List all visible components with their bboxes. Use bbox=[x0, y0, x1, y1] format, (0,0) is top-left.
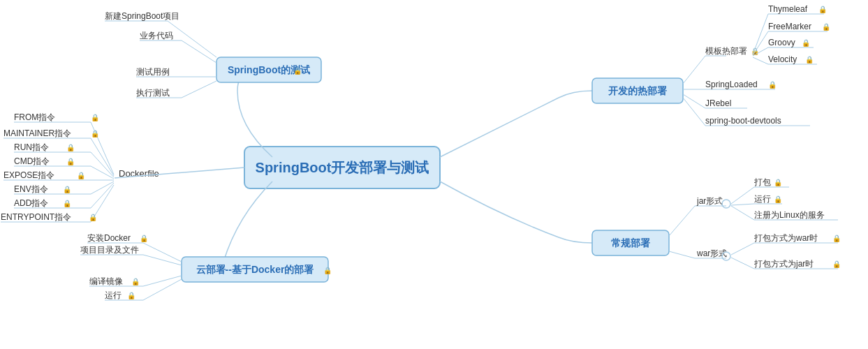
lock-run-jar: 🔒 bbox=[774, 195, 783, 204]
label-pack-war: 打包方式为war时 bbox=[753, 233, 818, 243]
lock-test: 🔒 bbox=[293, 66, 302, 75]
label-springloaded: SpringLoaded bbox=[705, 80, 758, 89]
lock-thymeleaf: 🔒 bbox=[818, 5, 827, 14]
line-maintainer bbox=[91, 138, 114, 176]
line-run-docker bbox=[143, 279, 182, 300]
label-jrebel: JRebel bbox=[705, 98, 731, 108]
label-testcase: 测试用例 bbox=[136, 67, 170, 77]
regular-branch-label: 常规部署 bbox=[611, 237, 650, 248]
center-label: SpringBoot开发部署与测试 bbox=[256, 160, 430, 175]
label-maintainer: MAINTAINER指令 bbox=[3, 128, 71, 138]
label-pack: 打包 bbox=[753, 177, 771, 187]
line-new-project bbox=[168, 21, 216, 57]
line-pack bbox=[731, 187, 754, 204]
lock-add: 🔒 bbox=[63, 199, 72, 208]
lock-pack-jar: 🔒 bbox=[832, 260, 841, 269]
hotdeploy-branch-label: 开发的热部署 bbox=[608, 85, 667, 96]
lock-run: 🔒 bbox=[66, 143, 75, 152]
line-devtools bbox=[683, 98, 705, 126]
line-install-docker bbox=[143, 243, 182, 262]
lock-expose: 🔒 bbox=[77, 171, 86, 180]
label-freemarker: FreeMarker bbox=[768, 22, 811, 31]
lock-run-docker: 🔒 bbox=[127, 291, 136, 300]
label-runtest: 执行测试 bbox=[136, 88, 170, 98]
label-cmd: CMD指令 bbox=[14, 156, 50, 166]
lock-env: 🔒 bbox=[63, 185, 72, 194]
label-run-docker: 运行 bbox=[105, 290, 122, 300]
circle-jar bbox=[722, 200, 730, 208]
label-pack-jar: 打包方式为jar时 bbox=[753, 259, 814, 269]
line-project-dir bbox=[143, 255, 182, 265]
label-velocity: Velocity bbox=[768, 54, 797, 64]
lock-maintainer: 🔒 bbox=[91, 129, 100, 138]
line-war-form bbox=[669, 251, 695, 258]
line-velocity bbox=[753, 57, 768, 64]
label-run: RUN指令 bbox=[14, 142, 49, 152]
label-new-project: 新建SpringBoot项目 bbox=[105, 11, 179, 21]
line-pack-war bbox=[731, 243, 754, 255]
line-add bbox=[91, 183, 114, 208]
conn-test bbox=[237, 73, 272, 157]
label-entry: ENTRYPOINT指令 bbox=[1, 212, 71, 222]
label-jar-form: jar形式 bbox=[696, 196, 723, 206]
label-devtools: spring-boot-devtools bbox=[705, 116, 781, 126]
lock-install-docker: 🔒 bbox=[140, 234, 149, 243]
lock-pack: 🔒 bbox=[774, 178, 783, 187]
lock-cmd: 🔒 bbox=[66, 157, 75, 166]
label-linux-svc: 注册为Linux的服务 bbox=[754, 210, 825, 220]
lock-velocity: 🔒 bbox=[805, 55, 814, 64]
label-project-dir: 项目目录及文件 bbox=[80, 245, 139, 255]
mindmap: SpringBoot开发部署与测试 SpringBoot的测试 🔒 新建Spri… bbox=[0, 0, 868, 349]
lock-springloaded: 🔒 bbox=[768, 80, 777, 89]
line-biz bbox=[182, 40, 216, 63]
label-from: FROM指令 bbox=[14, 112, 55, 122]
line-jar-form bbox=[669, 206, 695, 236]
label-groovy: Groovy bbox=[768, 38, 795, 47]
conn-hotdeploy bbox=[440, 91, 592, 157]
line-linux-svc bbox=[731, 206, 754, 220]
docker-branch-label: 云部署--基于Docker的部署 bbox=[196, 264, 314, 275]
lock-from: 🔒 bbox=[91, 113, 100, 122]
label-add: ADD指令 bbox=[14, 198, 48, 208]
line-template bbox=[683, 56, 705, 84]
label-install-docker: 安装Docker bbox=[87, 233, 131, 243]
line-runtest bbox=[182, 81, 216, 98]
label-thymeleaf: Thymeleaf bbox=[768, 4, 808, 14]
conn-regular bbox=[440, 181, 592, 243]
lock-docker: 🔒 bbox=[323, 266, 332, 275]
lock-freemarker: 🔒 bbox=[822, 22, 831, 31]
label-compile-img: 编译镜像 bbox=[89, 276, 123, 286]
lock-pack-war: 🔒 bbox=[832, 234, 841, 243]
line-run bbox=[91, 152, 114, 177]
label-template: 模板热部署 bbox=[705, 46, 747, 56]
line-cmd bbox=[91, 166, 114, 179]
line-run-jar bbox=[731, 204, 754, 205]
label-env: ENV指令 bbox=[14, 184, 48, 194]
label-biz: 业务代码 bbox=[140, 31, 173, 40]
label-run-jar: 运行 bbox=[754, 194, 771, 204]
lock-groovy: 🔒 bbox=[802, 38, 811, 47]
line-env bbox=[91, 181, 114, 194]
line-jrebel bbox=[683, 94, 705, 108]
label-expose: EXPOSE指令 bbox=[3, 170, 54, 180]
lock-compile-img: 🔒 bbox=[131, 277, 140, 286]
line-pack-jar bbox=[731, 258, 754, 269]
line-compile-img bbox=[143, 276, 182, 286]
lock-entry: 🔒 bbox=[89, 213, 98, 222]
